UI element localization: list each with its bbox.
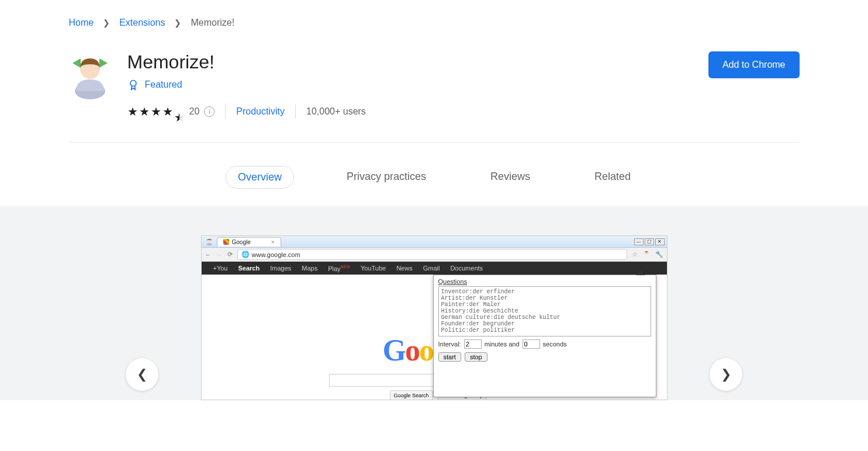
star-icon: ★ bbox=[151, 106, 161, 117]
extension-icon bbox=[69, 51, 111, 100]
interval-seconds-input bbox=[523, 339, 540, 349]
window-controls: — ▢ ✕ bbox=[634, 238, 667, 245]
google-favicon-icon bbox=[223, 239, 229, 245]
chevron-left-icon: ❮ bbox=[137, 367, 147, 382]
gbar-news: News bbox=[396, 265, 413, 272]
extension-title: Memorize! bbox=[127, 51, 708, 73]
screenshot-image: Google × — ▢ ✕ ← → ⟳ 🌐 www.google.com ☆ bbox=[201, 235, 668, 400]
shot-tab-title: Google bbox=[232, 239, 251, 245]
shot-browser-tab: Google × bbox=[217, 237, 281, 247]
interval-minutes-and: minutes and bbox=[485, 341, 520, 348]
shot-body: Goo Google Search I'm Feeling Lucky Ques… bbox=[202, 275, 667, 400]
forward-icon: → bbox=[216, 251, 223, 258]
gbar-images: Images bbox=[270, 265, 291, 272]
interval-seconds-label: seconds bbox=[543, 341, 567, 348]
tab-overview[interactable]: Overview bbox=[226, 166, 294, 189]
chevron-right-icon: ❯ bbox=[174, 18, 181, 27]
shot-url-field: 🌐 www.google.com bbox=[237, 249, 627, 260]
shot-titlebar: Google × — ▢ ✕ bbox=[202, 236, 667, 248]
star-icon: ★ bbox=[139, 106, 150, 117]
interval-label: Interval: bbox=[438, 341, 461, 348]
gallery-next-button[interactable]: ❯ bbox=[710, 358, 742, 391]
wrench-icon: 🔧 bbox=[655, 251, 663, 258]
reload-icon: ⟳ bbox=[227, 251, 233, 258]
globe-icon: 🌐 bbox=[241, 251, 250, 258]
rating-count[interactable]: 20 bbox=[189, 106, 200, 117]
maximize-icon: ▢ bbox=[645, 238, 654, 245]
popup-questions-textarea: Inventor:der erfinder Artist:der Kunstle… bbox=[438, 286, 651, 336]
minimize-icon: — bbox=[634, 238, 644, 245]
tabs-row: Overview Privacy practices Reviews Relat… bbox=[69, 143, 800, 206]
info-icon[interactable]: i bbox=[204, 106, 215, 117]
breadcrumb: Home ❯ Extensions ❯ Memorize! bbox=[69, 0, 800, 34]
tab-related[interactable]: Related bbox=[583, 166, 642, 189]
popup-questions-label: Questions bbox=[438, 278, 651, 285]
divider bbox=[295, 105, 296, 119]
shot-extension-popup: Questions Inventor:der erfinder Artist:d… bbox=[433, 275, 656, 397]
popup-arrow-icon bbox=[636, 270, 645, 275]
gbar-play: PlayNEW bbox=[328, 265, 350, 272]
shot-google-search-btn: Google Search bbox=[390, 390, 433, 400]
shot-urlbar: ← → ⟳ 🌐 www.google.com ☆ 🔧 bbox=[202, 248, 667, 262]
breadcrumb-current: Memorize! bbox=[191, 18, 234, 28]
popup-start-button: start bbox=[438, 352, 461, 362]
interval-minutes-input bbox=[464, 339, 482, 349]
gallery-prev-button[interactable]: ❮ bbox=[126, 358, 158, 391]
gbar-maps: Maps bbox=[302, 265, 317, 272]
category-link[interactable]: Productivity bbox=[236, 106, 285, 117]
breadcrumb-extensions[interactable]: Extensions bbox=[119, 18, 165, 28]
svg-point-3 bbox=[206, 243, 212, 246]
shot-google-bar: +You Search Images Maps PlayNEW YouTube … bbox=[202, 262, 667, 275]
chevron-right-icon: ❯ bbox=[103, 18, 110, 27]
chevron-right-icon: ❯ bbox=[721, 367, 731, 382]
popup-stop-button: stop bbox=[465, 352, 487, 362]
popup-interval-row: Interval: minutes and seconds bbox=[438, 339, 651, 349]
star-icon: ★ bbox=[162, 106, 173, 117]
screenshot-gallery: ❮ ❯ Google × — ▢ ✕ bbox=[0, 206, 868, 400]
breadcrumb-home[interactable]: Home bbox=[69, 18, 94, 28]
back-icon: ← bbox=[205, 251, 212, 258]
divider bbox=[225, 105, 226, 119]
featured-icon bbox=[127, 79, 139, 91]
featured-label: Featured bbox=[145, 79, 182, 90]
gbar-gmail: Gmail bbox=[423, 265, 440, 272]
star-icon: ☆ bbox=[632, 251, 638, 258]
tab-reviews[interactable]: Reviews bbox=[479, 166, 542, 189]
rating-stars[interactable]: ★ ★ ★ ★ ★ ★ bbox=[127, 106, 185, 117]
gbar-documents: Documents bbox=[450, 265, 483, 272]
extension-icon bbox=[642, 250, 651, 259]
gbar-you: +You bbox=[213, 265, 228, 272]
extension-header: Memorize! Featured ★ ★ ★ ★ ★ bbox=[69, 34, 800, 143]
close-icon: ✕ bbox=[655, 238, 665, 245]
featured-badge: Featured bbox=[127, 79, 708, 91]
tab-privacy[interactable]: Privacy practices bbox=[335, 166, 438, 189]
shot-app-icon bbox=[205, 238, 213, 246]
users-count: 10,000+ users bbox=[306, 106, 366, 117]
gbar-youtube: YouTube bbox=[361, 265, 386, 272]
add-to-chrome-button[interactable]: Add to Chrome bbox=[708, 51, 800, 78]
google-logo: Goo bbox=[383, 333, 433, 367]
close-icon: × bbox=[271, 239, 275, 245]
shot-url-text: www.google.com bbox=[252, 251, 300, 258]
gbar-search: Search bbox=[238, 265, 260, 272]
star-icon: ★ bbox=[127, 106, 138, 117]
svg-point-2 bbox=[130, 81, 136, 86]
